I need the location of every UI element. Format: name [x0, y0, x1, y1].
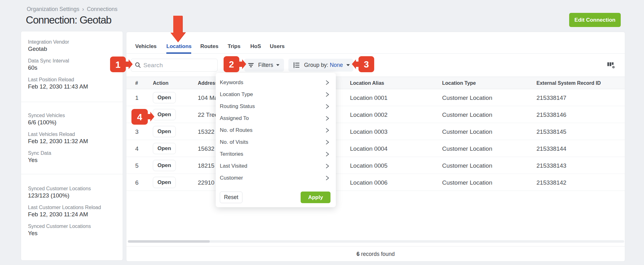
- svg-text:1: 1: [115, 60, 120, 70]
- svg-text:2: 2: [229, 59, 234, 69]
- svg-text:3: 3: [364, 59, 369, 69]
- svg-text:4: 4: [137, 112, 142, 122]
